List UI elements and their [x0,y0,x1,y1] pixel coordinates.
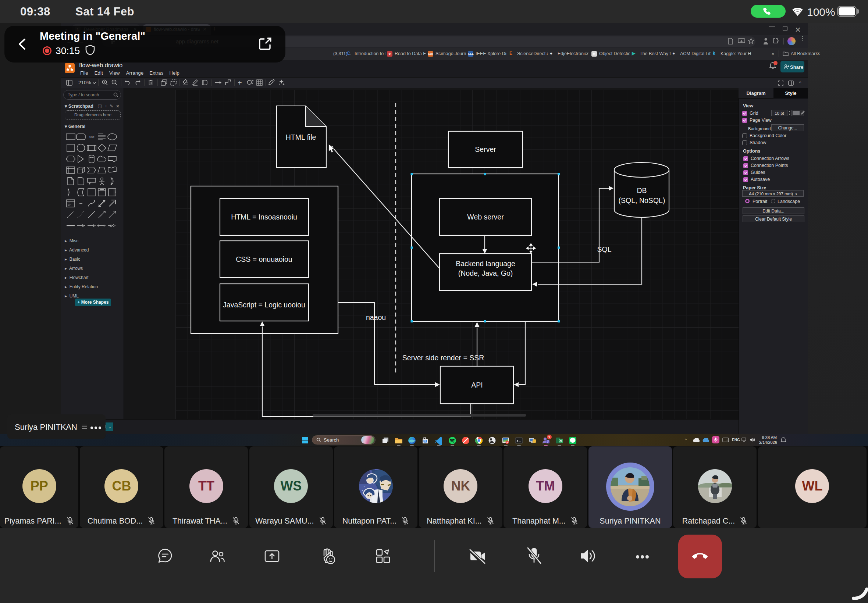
svg-text:DB: DB [637,186,647,195]
svg-text:API: API [471,381,483,389]
svg-text:Backend language: Backend language [456,260,515,267]
svg-text:Web server: Web server [467,213,504,221]
svg-text:naaou: naaou [366,313,386,322]
svg-text:JavaScript = Logic uooiou: JavaScript = Logic uooiou [223,301,305,309]
svg-text:HTML file: HTML file [286,133,316,141]
svg-text:HTML = Insoasnooiu: HTML = Insoasnooiu [231,213,297,221]
svg-text:(Node, Java, Go): (Node, Java, Go) [458,269,513,277]
svg-text:CSS = onuuaoiou: CSS = onuuaoiou [236,255,292,263]
svg-text:SQL: SQL [597,245,611,254]
svg-text:Server side render = SSR: Server side render = SSR [402,354,484,362]
svg-text:Text: Text [89,135,94,139]
svg-text:(SQL, NoSQL): (SQL, NoSQL) [619,196,665,204]
svg-text:Server: Server [475,145,496,153]
